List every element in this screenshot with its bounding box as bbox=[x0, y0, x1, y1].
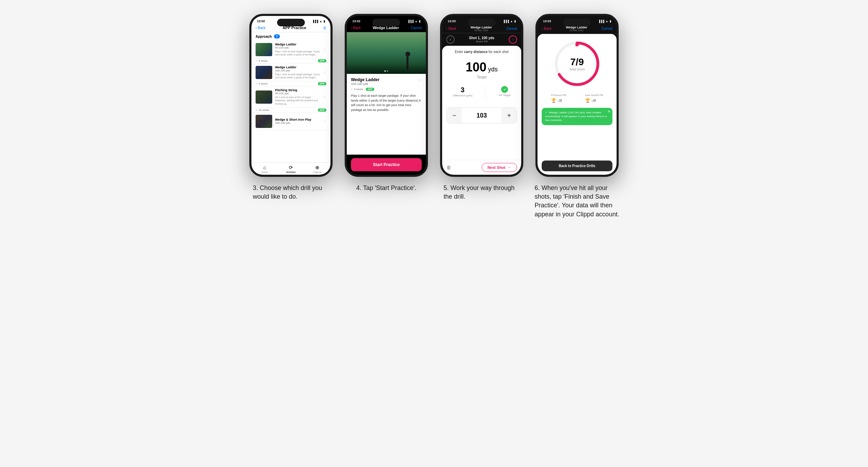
drill-info: Wedge Ladder 50-100 yds Play 1 shot at e… bbox=[275, 43, 320, 56]
close-icon-toast[interactable]: ✕ bbox=[608, 109, 610, 114]
target-display: 100 yds Target bbox=[446, 60, 517, 79]
chevron-left-icon-1: ‹ bbox=[256, 26, 257, 30]
cancel-button-2[interactable]: Cancel bbox=[411, 26, 422, 30]
capture-icon: ⊕ bbox=[315, 165, 319, 170]
wifi-icon-2: ▲ bbox=[415, 20, 418, 23]
section-label-1: Approach bbox=[256, 35, 272, 38]
check-icon-toast: ✓ bbox=[545, 111, 548, 114]
phone-section-1: 13:02 ▐▐▐ ▲ ▮ ‹ Back APP Practice ☰ bbox=[249, 14, 334, 201]
phone-section-4: 13:03 ▐▐▐ ▲ ▮ ‹ Back Wedge Ladder bbox=[535, 14, 620, 219]
shot-nav: ‹ Shot 1, 100 yds Score 5/9 › bbox=[442, 33, 521, 46]
drill-name: Wedge & Short Iron Play bbox=[275, 118, 320, 121]
battery-icon: ▮ bbox=[324, 20, 325, 23]
list-item[interactable]: Wedge & Short Iron Play 100-140 yds ☆ bbox=[251, 113, 330, 130]
clock-icon-detail: ○ bbox=[351, 88, 353, 91]
difference-label: Difference (yds) bbox=[453, 94, 472, 97]
battery-icon-2: ▮ bbox=[419, 20, 420, 23]
drill-detail-header: Wedge Ladder 100-140 yds ☆ bbox=[351, 77, 422, 86]
app-badge-3: APP bbox=[318, 109, 326, 112]
cancel-button-4[interactable]: Cancel bbox=[602, 27, 612, 31]
stepper: − 103 + bbox=[446, 107, 517, 123]
back-button-2[interactable]: ‹ Back bbox=[351, 26, 361, 30]
drill-info: Pitching String 55-100 yds Hit 1 shot at… bbox=[275, 88, 320, 105]
drill-detail-description: Play 1 shot at each target yardage. If y… bbox=[351, 94, 422, 112]
decrement-button[interactable]: − bbox=[447, 108, 462, 123]
phone-section-2: 13:02 ▐▐▐ ▲ ▮ ‹ Back Wedge Ladder Cancel bbox=[344, 14, 429, 192]
clock-icon: ○ bbox=[256, 59, 257, 62]
next-shot-button[interactable]: Next Shot → bbox=[482, 163, 517, 172]
score-dot bbox=[575, 43, 579, 46]
nav-menu-icon[interactable]: ☰ bbox=[323, 26, 326, 30]
tab-capture[interactable]: ⊕ Capture bbox=[304, 165, 330, 173]
drill-thumb bbox=[256, 66, 272, 79]
time-1: 13:02 bbox=[257, 19, 265, 23]
back-button-3[interactable]: ‹ Back bbox=[446, 27, 456, 31]
trash-icon[interactable]: 🗑 bbox=[446, 165, 451, 170]
drill-thumb bbox=[256, 90, 272, 104]
battery-icon-4: ▮ bbox=[610, 20, 611, 23]
clock-icon: ○ bbox=[256, 109, 257, 112]
star-icon-2[interactable]: ☆ bbox=[417, 77, 422, 83]
success-toast: ✓ 'Wedge Ladder (100-140 yds)' was creat… bbox=[542, 108, 612, 125]
screen-content-2: Wedge Ladder 100-140 yds ☆ ○ 9 shots APP bbox=[347, 32, 426, 175]
wifi-icon-4: ▲ bbox=[605, 20, 608, 23]
last-month-pb-value: 🏆 -/9 bbox=[585, 98, 603, 103]
hit-target-icon: ✓ bbox=[501, 86, 508, 93]
drill-info: Wedge Ladder 100-140 yds Play 1 shot at … bbox=[275, 66, 320, 79]
star-icon[interactable]: ☆ bbox=[323, 95, 326, 99]
app-badge-detail: APP bbox=[366, 88, 374, 91]
drill-range: 100-140 yds bbox=[275, 121, 320, 124]
drill-detail-meta: ○ 9 shots APP bbox=[351, 88, 422, 91]
pb-row: Previous PB 🏆 -/9 Last month PB 🏆 -/9 bbox=[542, 94, 612, 103]
list-item[interactable]: Wedge Ladder 100-140 yds Play 1 shot at … bbox=[251, 63, 330, 81]
drill-name: Wedge Ladder bbox=[275, 66, 320, 69]
cancel-button-3[interactable]: Cancel bbox=[506, 27, 517, 31]
start-practice-button[interactable]: Start Practice bbox=[351, 158, 422, 171]
shot-entry-area: Enter carry distance for each shot 100 y… bbox=[442, 46, 521, 160]
prev-shot-button[interactable]: ‹ bbox=[446, 35, 455, 44]
arrow-right-icon: → bbox=[507, 165, 511, 170]
time-4: 13:03 bbox=[543, 19, 551, 23]
stepper-value: 103 bbox=[462, 109, 501, 122]
star-icon[interactable]: ☆ bbox=[323, 119, 326, 123]
chevron-left-icon-4: ‹ bbox=[542, 27, 543, 31]
list-item[interactable]: Pitching String 55-100 yds Hit 1 shot at… bbox=[251, 86, 330, 107]
caption-2: 4. Tap 'Start Practice'. bbox=[356, 184, 416, 192]
back-button-4[interactable]: ‹ Back bbox=[542, 27, 552, 31]
next-shot-arrow-button[interactable]: › bbox=[509, 35, 517, 44]
score-number: 7/9 Total Score bbox=[569, 57, 585, 71]
back-to-drills-button[interactable]: Back to Practice Drills bbox=[542, 161, 612, 171]
metric-hit-target: ✓ Hit Target bbox=[499, 86, 510, 100]
time-3: 13:03 bbox=[448, 19, 456, 23]
star-icon[interactable]: ☆ bbox=[323, 47, 326, 51]
increment-button[interactable]: + bbox=[501, 108, 517, 123]
notch-4 bbox=[563, 19, 591, 26]
drill-name: Pitching String bbox=[275, 88, 320, 92]
drill-footer-1: ○ 9 shots APP bbox=[251, 59, 330, 63]
next-shot-label: Next Shot bbox=[488, 165, 505, 170]
drill-footer-2: ○ 9 shots APP bbox=[251, 81, 330, 86]
tab-activities[interactable]: ⟳ Activities bbox=[278, 165, 304, 173]
nav-title-group-3: Wedge Ladder 06 Mar 2023 bbox=[471, 26, 492, 32]
phone-frame-3: 13:03 ▐▐▐ ▲ ▮ ‹ Back We bbox=[440, 14, 523, 177]
tab-label-activities: Activities bbox=[286, 171, 296, 173]
back-button-1[interactable]: ‹ Back bbox=[256, 26, 266, 30]
drill-shots-3: ○ 10 shots bbox=[256, 109, 269, 112]
drill-thumb bbox=[256, 115, 272, 128]
list-item[interactable]: Wedge Ladder 50-100 yds Play 1 shot at e… bbox=[251, 41, 330, 59]
star-icon[interactable]: ☆ bbox=[323, 70, 326, 74]
tab-label-capture: Capture bbox=[313, 171, 322, 173]
status-icons-3: ▐▐▐ ▲ ▮ bbox=[503, 20, 516, 23]
drill-shots-2: ○ 9 shots bbox=[256, 82, 268, 85]
status-icons-2: ▐▐▐ ▲ ▮ bbox=[407, 20, 420, 23]
signal-icon-4: ▐▐▐ bbox=[598, 20, 604, 23]
tab-home[interactable]: ⌂ Home bbox=[251, 165, 278, 173]
battery-icon-3: ▮ bbox=[514, 20, 516, 23]
drill-detail-name: Wedge Ladder bbox=[351, 77, 379, 82]
section-header-1: Approach 7 bbox=[251, 32, 330, 41]
drill-desc: Hit 1 shot at each of the 10 target dist… bbox=[275, 96, 320, 105]
status-icons-1: ▐▐▐ ▲ ▮ bbox=[312, 20, 325, 23]
drill-detail-content: Wedge Ladder 100-140 yds ☆ ○ 9 shots APP bbox=[347, 74, 426, 155]
caption-1: 3. Choose which drill you would like to … bbox=[253, 184, 329, 201]
trophy-icon-1: 🏆 bbox=[551, 98, 556, 103]
